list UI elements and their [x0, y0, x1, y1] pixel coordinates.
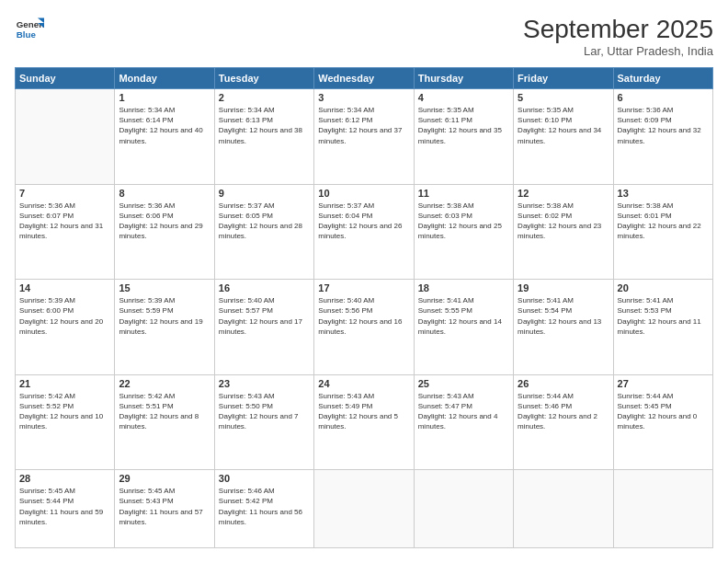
day-number: 10	[318, 188, 409, 199]
day-number: 14	[19, 282, 110, 293]
cell-info: Sunrise: 5:34 AMSunset: 6:14 PMDaylight:…	[119, 105, 210, 146]
weekday-header: Saturday	[613, 68, 712, 89]
calendar-cell	[514, 470, 613, 548]
calendar-cell: 13Sunrise: 5:38 AMSunset: 6:01 PMDayligh…	[613, 184, 712, 280]
day-number: 11	[418, 188, 509, 199]
calendar-cell: 28Sunrise: 5:45 AMSunset: 5:44 PMDayligh…	[16, 470, 115, 548]
cell-info: Sunrise: 5:38 AMSunset: 6:02 PMDaylight:…	[518, 201, 609, 242]
day-number: 28	[19, 473, 110, 484]
day-number: 22	[119, 378, 210, 389]
day-number: 7	[19, 188, 110, 199]
day-number: 24	[318, 378, 409, 389]
calendar-cell: 20Sunrise: 5:41 AMSunset: 5:53 PMDayligh…	[613, 280, 712, 375]
calendar-cell: 30Sunrise: 5:46 AMSunset: 5:42 PMDayligh…	[214, 470, 313, 548]
cell-info: Sunrise: 5:42 AMSunset: 5:52 PMDaylight:…	[19, 391, 110, 432]
calendar-cell: 10Sunrise: 5:37 AMSunset: 6:04 PMDayligh…	[314, 184, 414, 280]
cell-info: Sunrise: 5:38 AMSunset: 6:01 PMDaylight:…	[618, 201, 709, 242]
weekday-header: Sunday	[16, 68, 115, 89]
calendar-cell: 17Sunrise: 5:40 AMSunset: 5:56 PMDayligh…	[314, 280, 414, 375]
day-number: 29	[119, 473, 210, 484]
day-number: 19	[518, 282, 609, 293]
weekday-header: Friday	[514, 68, 613, 89]
calendar-cell	[16, 89, 115, 185]
page: General Blue September 2025 Lar, Uttar P…	[0, 0, 728, 563]
day-number: 1	[119, 92, 210, 103]
calendar-cell: 12Sunrise: 5:38 AMSunset: 6:02 PMDayligh…	[514, 184, 613, 280]
cell-info: Sunrise: 5:45 AMSunset: 5:44 PMDaylight:…	[19, 486, 110, 527]
cell-info: Sunrise: 5:41 AMSunset: 5:53 PMDaylight:…	[618, 295, 709, 337]
calendar-cell: 9Sunrise: 5:37 AMSunset: 6:05 PMDaylight…	[214, 184, 313, 280]
weekday-header: Wednesday	[314, 68, 414, 89]
cell-info: Sunrise: 5:43 AMSunset: 5:49 PMDaylight:…	[318, 391, 409, 432]
calendar-cell: 6Sunrise: 5:36 AMSunset: 6:09 PMDaylight…	[613, 89, 712, 185]
cell-info: Sunrise: 5:35 AMSunset: 6:11 PMDaylight:…	[418, 105, 509, 146]
cell-info: Sunrise: 5:40 AMSunset: 5:57 PMDaylight:…	[219, 295, 310, 337]
cell-info: Sunrise: 5:37 AMSunset: 6:04 PMDaylight:…	[318, 201, 409, 242]
cell-info: Sunrise: 5:39 AMSunset: 5:59 PMDaylight:…	[119, 295, 210, 337]
day-number: 8	[119, 188, 210, 199]
cell-info: Sunrise: 5:46 AMSunset: 5:42 PMDaylight:…	[219, 486, 310, 527]
calendar-cell: 29Sunrise: 5:45 AMSunset: 5:43 PMDayligh…	[115, 470, 214, 548]
calendar-cell: 21Sunrise: 5:42 AMSunset: 5:52 PMDayligh…	[16, 374, 115, 470]
cell-info: Sunrise: 5:36 AMSunset: 6:07 PMDaylight:…	[19, 201, 110, 242]
cell-info: Sunrise: 5:44 AMSunset: 5:46 PMDaylight:…	[518, 391, 609, 432]
calendar-cell: 18Sunrise: 5:41 AMSunset: 5:55 PMDayligh…	[414, 280, 513, 375]
day-number: 23	[219, 378, 310, 389]
weekday-header: Thursday	[414, 68, 513, 89]
day-number: 30	[219, 473, 310, 484]
day-number: 16	[219, 282, 310, 293]
day-number: 2	[219, 92, 310, 103]
calendar-cell: 4Sunrise: 5:35 AMSunset: 6:11 PMDaylight…	[414, 89, 513, 185]
calendar-cell	[314, 470, 414, 548]
weekday-header: Tuesday	[214, 68, 313, 89]
calendar-cell: 22Sunrise: 5:42 AMSunset: 5:51 PMDayligh…	[115, 374, 214, 470]
calendar-cell: 15Sunrise: 5:39 AMSunset: 5:59 PMDayligh…	[115, 280, 214, 375]
calendar-cell: 25Sunrise: 5:43 AMSunset: 5:47 PMDayligh…	[414, 374, 513, 470]
calendar-cell: 2Sunrise: 5:34 AMSunset: 6:13 PMDaylight…	[214, 89, 313, 185]
title-block: September 2025 Lar, Uttar Pradesh, India	[523, 15, 713, 58]
calendar-cell: 19Sunrise: 5:41 AMSunset: 5:54 PMDayligh…	[514, 280, 613, 375]
svg-text:Blue: Blue	[17, 29, 37, 40]
calendar-cell: 16Sunrise: 5:40 AMSunset: 5:57 PMDayligh…	[214, 280, 313, 375]
cell-info: Sunrise: 5:34 AMSunset: 6:13 PMDaylight:…	[219, 105, 310, 146]
calendar-cell: 27Sunrise: 5:44 AMSunset: 5:45 PMDayligh…	[613, 374, 712, 470]
cell-info: Sunrise: 5:42 AMSunset: 5:51 PMDaylight:…	[119, 391, 210, 432]
day-number: 17	[318, 282, 409, 293]
calendar-cell: 5Sunrise: 5:35 AMSunset: 6:10 PMDaylight…	[514, 89, 613, 185]
day-number: 3	[318, 92, 409, 103]
calendar-cell: 1Sunrise: 5:34 AMSunset: 6:14 PMDaylight…	[115, 89, 214, 185]
cell-info: Sunrise: 5:36 AMSunset: 6:06 PMDaylight:…	[119, 201, 210, 242]
cell-info: Sunrise: 5:40 AMSunset: 5:56 PMDaylight:…	[318, 295, 409, 337]
calendar-cell	[613, 470, 712, 548]
cell-info: Sunrise: 5:39 AMSunset: 6:00 PMDaylight:…	[19, 295, 110, 337]
cell-info: Sunrise: 5:37 AMSunset: 6:05 PMDaylight:…	[219, 201, 310, 242]
cell-info: Sunrise: 5:44 AMSunset: 5:45 PMDaylight:…	[618, 391, 709, 432]
weekday-header: Monday	[115, 68, 214, 89]
calendar-cell: 24Sunrise: 5:43 AMSunset: 5:49 PMDayligh…	[314, 374, 414, 470]
day-number: 27	[618, 378, 709, 389]
day-number: 13	[618, 188, 709, 199]
cell-info: Sunrise: 5:41 AMSunset: 5:54 PMDaylight:…	[518, 295, 609, 337]
day-number: 25	[418, 378, 509, 389]
cell-info: Sunrise: 5:34 AMSunset: 6:12 PMDaylight:…	[318, 105, 409, 146]
day-number: 6	[618, 92, 709, 103]
calendar-cell	[414, 470, 513, 548]
cell-info: Sunrise: 5:43 AMSunset: 5:50 PMDaylight:…	[219, 391, 310, 432]
day-number: 21	[19, 378, 110, 389]
day-number: 9	[219, 188, 310, 199]
calendar-cell: 7Sunrise: 5:36 AMSunset: 6:07 PMDaylight…	[16, 184, 115, 280]
cell-info: Sunrise: 5:43 AMSunset: 5:47 PMDaylight:…	[418, 391, 509, 432]
calendar-cell: 26Sunrise: 5:44 AMSunset: 5:46 PMDayligh…	[514, 374, 613, 470]
calendar-cell: 3Sunrise: 5:34 AMSunset: 6:12 PMDaylight…	[314, 89, 414, 185]
day-number: 26	[518, 378, 609, 389]
day-number: 12	[518, 188, 609, 199]
calendar-table: SundayMondayTuesdayWednesdayThursdayFrid…	[15, 67, 713, 548]
location: Lar, Uttar Pradesh, India	[523, 44, 713, 58]
day-number: 15	[119, 282, 210, 293]
calendar-cell: 14Sunrise: 5:39 AMSunset: 6:00 PMDayligh…	[16, 280, 115, 375]
calendar-cell: 8Sunrise: 5:36 AMSunset: 6:06 PMDaylight…	[115, 184, 214, 280]
cell-info: Sunrise: 5:36 AMSunset: 6:09 PMDaylight:…	[618, 105, 709, 146]
month-title: September 2025	[523, 15, 713, 44]
day-number: 5	[518, 92, 609, 103]
logo-icon: General Blue	[15, 15, 44, 44]
